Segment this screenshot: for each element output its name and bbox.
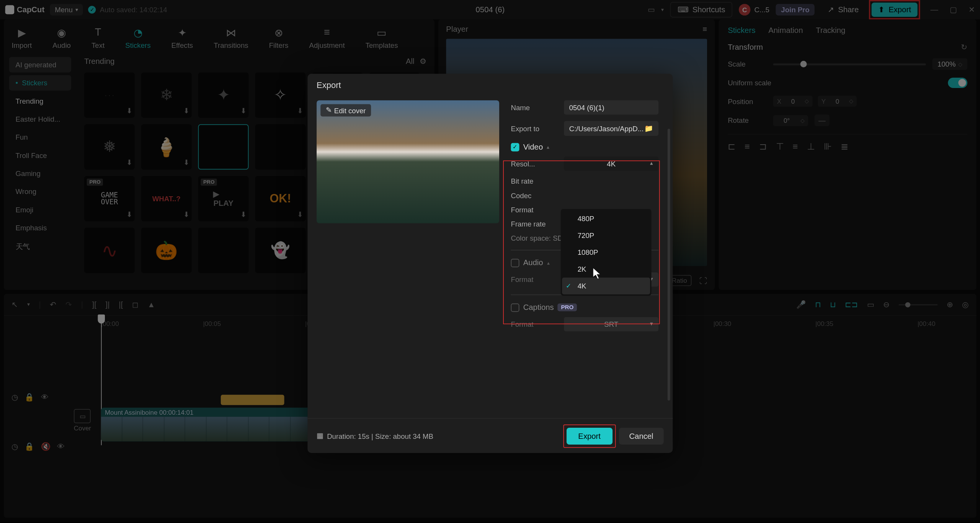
link-icon[interactable]: ⊏⊐	[845, 300, 858, 309]
insp-tab-animation[interactable]: Animation	[768, 26, 803, 35]
sidebar-fun[interactable]: Fun	[9, 129, 71, 145]
tab-audio[interactable]: ◉Audio	[51, 23, 72, 52]
split-left-icon[interactable]: ]|	[106, 300, 110, 309]
tab-filters[interactable]: ⊗Filters	[268, 23, 289, 52]
download-icon[interactable]: ⬇	[183, 210, 189, 219]
mute-icon[interactable]: 🔇	[41, 442, 51, 451]
scrollbar[interactable]	[668, 129, 670, 401]
tab-text[interactable]: TText	[90, 23, 106, 52]
align-top-icon[interactable]: ⊤	[776, 141, 784, 152]
insp-tab-tracking[interactable]: Tracking	[816, 26, 845, 35]
magnet-icon[interactable]: ⊔	[830, 300, 836, 309]
sticker-thumb[interactable]: PROGAMEOVER⬇	[84, 176, 135, 221]
checkbox-unchecked-icon[interactable]	[511, 303, 519, 311]
folder-icon[interactable]: 📁	[644, 124, 653, 133]
sticker-thumb-selected[interactable]	[198, 124, 249, 169]
download-icon[interactable]: ⬇	[183, 158, 189, 167]
distribute-h-icon[interactable]: ⊪	[824, 141, 831, 152]
undo-icon[interactable]: ↶	[50, 300, 56, 309]
player-menu-icon[interactable]: ≡	[702, 24, 707, 34]
flip-icon[interactable]: —	[815, 114, 830, 126]
sidebar-emoji[interactable]: Emoji	[9, 202, 71, 218]
redo-icon[interactable]: ↷	[65, 300, 72, 309]
sidebar-weather[interactable]: 天气	[9, 238, 71, 256]
sticker-thumb[interactable]	[198, 228, 249, 273]
dropdown-option-720p[interactable]: 720P	[562, 227, 650, 244]
download-icon[interactable]: ⬇	[297, 210, 303, 219]
mirror-icon[interactable]: ▲	[147, 300, 155, 309]
scale-value[interactable]: 100%◇	[932, 58, 967, 70]
user-menu[interactable]: C C...5	[739, 4, 769, 15]
join-pro-button[interactable]: Join Pro	[776, 4, 815, 15]
split-right-icon[interactable]: |[	[119, 300, 123, 309]
zoom-slider[interactable]	[899, 304, 938, 305]
sticker-thumb[interactable]: 🍦⬇	[141, 124, 192, 169]
dropdown-option-2k[interactable]: 2K	[562, 261, 650, 278]
zoom-in-icon[interactable]: ⊕	[947, 300, 953, 309]
name-input[interactable]: 0504 (6)(1)	[564, 100, 658, 114]
fit-icon[interactable]: ◎	[962, 300, 969, 309]
sticker-thumb[interactable]: PRO▶PLAY⬇	[198, 176, 249, 221]
reset-icon[interactable]: ↻	[961, 43, 967, 52]
sidebar-easter[interactable]: Easter Holid...	[9, 111, 71, 127]
sidebar-wrong[interactable]: Wrong	[9, 184, 71, 199]
dropdown-option-4k[interactable]: ✓4K	[562, 278, 650, 295]
insp-tab-stickers[interactable]: Stickers	[728, 26, 755, 35]
sticker-thumb[interactable]: ✦⬇	[198, 72, 249, 117]
eye-icon[interactable]: 👁	[57, 442, 65, 451]
align-middle-icon[interactable]: ≡	[793, 141, 798, 152]
tab-adjustment[interactable]: ≡Adjustment	[308, 23, 346, 52]
crop-icon[interactable]: ◻	[132, 300, 139, 309]
video-section-header[interactable]: ✓ Video ▴	[511, 142, 659, 152]
sticker-thumb[interactable]: 🎃	[141, 228, 192, 273]
download-icon[interactable]: ⬇	[240, 210, 246, 219]
position-y[interactable]: Y0◇	[818, 96, 857, 107]
download-icon[interactable]: ⬇	[240, 107, 246, 115]
rotate-value[interactable]: 0°◇	[773, 115, 808, 126]
edit-cover-button[interactable]: ✎ Edit cover	[320, 104, 371, 116]
sticker-thumb[interactable]: WHAT..?⬇	[141, 176, 192, 221]
dropdown-option-480p[interactable]: 480P	[562, 210, 650, 227]
mic-icon[interactable]: 🎤	[796, 300, 806, 309]
clock-icon[interactable]: ◷	[11, 393, 18, 402]
filter-icon[interactable]: ⚙	[420, 57, 427, 66]
align-right-icon[interactable]: ⊐	[759, 141, 767, 152]
lock-icon[interactable]: 🔒	[24, 393, 34, 402]
sidebar-emphasis[interactable]: Emphasis	[9, 220, 71, 236]
sticker-thumb[interactable]: · · ·⬇	[84, 72, 135, 117]
captions-section-header[interactable]: Captions PRO	[511, 303, 659, 312]
download-icon[interactable]: ⬇	[297, 107, 303, 115]
lock-icon[interactable]: 🔒	[24, 442, 34, 451]
captions-format-select[interactable]: SRT▾	[564, 317, 658, 331]
download-icon[interactable]: ⬇	[126, 210, 132, 219]
cancel-button[interactable]: Cancel	[619, 427, 663, 444]
sticker-thumb[interactable]: OK!⬇	[255, 176, 305, 221]
cover-button[interactable]: ▭ Cover	[74, 409, 91, 432]
magnet-main-icon[interactable]: ⊓	[815, 300, 821, 309]
tab-transitions[interactable]: ⋈Transitions	[212, 23, 250, 52]
resolution-select[interactable]: 4K▴	[564, 156, 658, 171]
tab-import[interactable]: ▶Import	[10, 23, 33, 52]
distribute-v-icon[interactable]: ≣	[841, 141, 848, 152]
checkbox-unchecked-icon[interactable]	[511, 259, 519, 267]
align-bottom-icon[interactable]: ⊥	[807, 141, 815, 152]
share-button[interactable]: ↗ Share	[821, 3, 865, 17]
video-clip[interactable]: Mount Assiniboine 00:00:14:01	[101, 408, 312, 442]
sticker-thumb[interactable]: ∿	[84, 228, 135, 273]
sticker-thumb[interactable]: ❄⬇	[141, 72, 192, 117]
position-x[interactable]: X0◇	[773, 96, 813, 107]
sticker-thumb[interactable]: 👻	[255, 228, 305, 273]
chevron-down-icon[interactable]: ▾	[661, 7, 664, 13]
zoom-out-icon[interactable]: ⊖	[883, 300, 890, 309]
sidebar-stickers[interactable]: Stickers	[9, 75, 71, 91]
eye-icon[interactable]: 👁	[41, 393, 49, 402]
scale-slider[interactable]	[773, 63, 926, 65]
export-confirm-button[interactable]: Export	[567, 427, 612, 444]
preview-icon[interactable]: ▭	[867, 300, 874, 309]
chevron-down-icon[interactable]: ▾	[27, 301, 30, 307]
pointer-icon[interactable]: ↖	[11, 300, 18, 309]
layout-icon[interactable]: ▭	[648, 5, 655, 15]
sidebar-gaming[interactable]: Gaming	[9, 166, 71, 181]
split-icon[interactable]: ][	[92, 300, 96, 309]
sticker-thumb[interactable]: ❅⬇	[84, 124, 135, 169]
